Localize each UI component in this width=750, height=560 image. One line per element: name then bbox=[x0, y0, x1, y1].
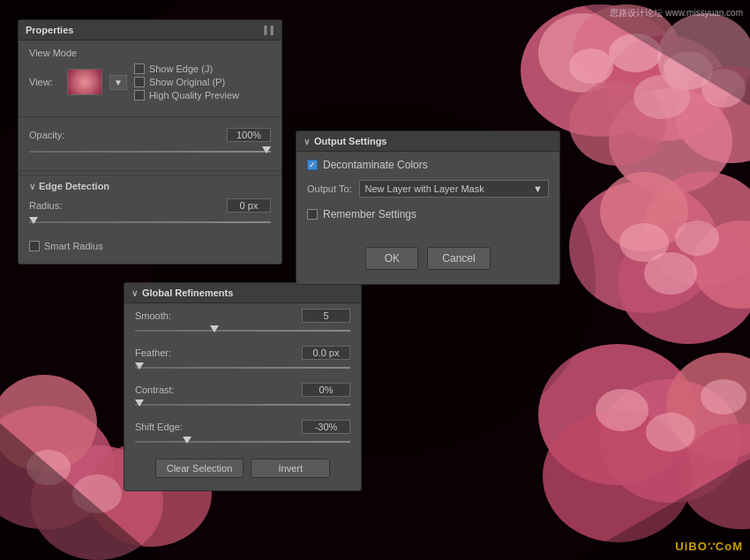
high-quality-checkbox[interactable] bbox=[134, 90, 145, 101]
show-original-row[interactable]: Show Original (P) bbox=[134, 77, 239, 87]
show-edge-row[interactable]: Show Edge (J) bbox=[134, 63, 239, 74]
properties-title: Properties bbox=[26, 25, 73, 35]
smart-radius-label: Smart Radius bbox=[44, 241, 103, 251]
output-title: Output Settings bbox=[314, 136, 387, 146]
remember-row[interactable]: Remember Settings bbox=[307, 208, 549, 220]
opacity-thumb[interactable] bbox=[262, 146, 271, 153]
watermark-bottom: UiBO∵CoM bbox=[675, 540, 743, 553]
output-collapse-arrow[interactable]: ∨ bbox=[304, 137, 310, 146]
view-thumbnail[interactable] bbox=[67, 69, 102, 95]
properties-panel-header[interactable]: Properties ▐▐ bbox=[19, 20, 281, 41]
shift-edge-thumb[interactable] bbox=[183, 437, 191, 444]
opacity-slider[interactable] bbox=[29, 146, 271, 158]
radius-value[interactable]: 0 px bbox=[227, 198, 271, 213]
feather-slider[interactable] bbox=[135, 362, 350, 374]
opacity-section: Opacity: 100% bbox=[19, 121, 281, 167]
opacity-row: Opacity: 100% bbox=[29, 128, 271, 142]
edge-detection-section: ∨ Edge Detection Radius: 0 px bbox=[19, 175, 281, 235]
svg-point-21 bbox=[644, 252, 697, 295]
opacity-value[interactable]: 100% bbox=[227, 128, 271, 142]
output-to-value: New Layer with Layer Mask bbox=[365, 183, 484, 194]
ok-button[interactable]: OK bbox=[365, 247, 418, 270]
global-panel-header[interactable]: ∨ Global Refinements bbox=[124, 283, 361, 303]
smooth-row: Smooth: 5 bbox=[124, 303, 361, 340]
edge-detection-label: Edge Detection bbox=[39, 181, 109, 191]
contrast-thumb[interactable] bbox=[135, 399, 144, 407]
divider-2 bbox=[19, 170, 281, 171]
contrast-value[interactable]: 0% bbox=[302, 383, 350, 397]
smooth-value[interactable]: 5 bbox=[302, 309, 350, 323]
smooth-slider[interactable] bbox=[135, 325, 350, 337]
contrast-track bbox=[135, 404, 350, 406]
contrast-slider[interactable] bbox=[135, 399, 350, 411]
feather-label-row: Feather: 0.0 px bbox=[135, 346, 350, 360]
ok-cancel-row: OK Cancel bbox=[296, 240, 559, 273]
global-collapse-arrow[interactable]: ∨ bbox=[131, 288, 138, 298]
shift-edge-row: Shift Edge: -30% bbox=[124, 414, 361, 452]
high-quality-row[interactable]: High Quality Preview bbox=[134, 90, 239, 101]
cancel-button[interactable]: Cancel bbox=[427, 247, 490, 270]
smooth-label-row: Smooth: 5 bbox=[135, 309, 350, 323]
smooth-thumb[interactable] bbox=[210, 325, 219, 332]
smart-radius-row[interactable]: Smart Radius bbox=[19, 235, 281, 257]
decontaminate-row[interactable]: ✓ Decontaminate Colors bbox=[307, 159, 549, 171]
divider-1 bbox=[19, 116, 281, 117]
shift-edge-value[interactable]: -30% bbox=[302, 420, 350, 434]
high-quality-label: High Quality Preview bbox=[149, 90, 239, 101]
output-to-label: Output To: bbox=[307, 183, 352, 194]
edge-detection-title: ∨ Edge Detection bbox=[29, 181, 271, 191]
show-edge-checkbox[interactable] bbox=[134, 63, 145, 74]
shift-edge-label-row: Shift Edge: -30% bbox=[135, 420, 350, 434]
smooth-track bbox=[135, 330, 350, 332]
view-label: View: bbox=[29, 77, 60, 87]
feather-label: Feather: bbox=[135, 347, 171, 358]
edge-collapse-arrow[interactable]: ∨ bbox=[29, 182, 35, 191]
decontaminate-checkbox[interactable]: ✓ bbox=[307, 160, 318, 170]
feather-thumb[interactable] bbox=[135, 362, 144, 370]
show-original-checkbox[interactable] bbox=[134, 77, 145, 87]
output-to-dropdown[interactable]: New Layer with Layer Mask ▼ bbox=[359, 180, 549, 198]
shift-edge-slider[interactable] bbox=[135, 436, 350, 448]
smooth-label: Smooth: bbox=[135, 310, 171, 321]
opacity-label: Opacity: bbox=[29, 130, 64, 140]
svg-point-20 bbox=[675, 220, 719, 256]
contrast-row: Contrast: 0% bbox=[124, 377, 361, 414]
contrast-label: Contrast: bbox=[135, 385, 175, 395]
svg-point-28 bbox=[646, 413, 695, 452]
feather-row: Feather: 0.0 px bbox=[124, 340, 361, 377]
output-to-row: Output To: New Layer with Layer Mask ▼ bbox=[307, 180, 549, 198]
radius-thumb[interactable] bbox=[29, 217, 38, 224]
output-section: ✓ Decontaminate Colors Output To: New La… bbox=[296, 152, 559, 240]
output-panel-header[interactable]: ∨ Output Settings bbox=[296, 131, 559, 152]
decontaminate-label: Decontaminate Colors bbox=[323, 159, 428, 171]
global-refinements-panel: ∨ Global Refinements Smooth: 5 Feather: … bbox=[124, 282, 362, 491]
feather-value[interactable]: 0.0 px bbox=[302, 346, 350, 360]
remember-checkbox[interactable] bbox=[307, 209, 318, 220]
watermark-top: 思路设计论坛 www.missyuan.com bbox=[610, 7, 743, 19]
radius-slider[interactable] bbox=[29, 216, 271, 228]
remember-label: Remember Settings bbox=[323, 208, 416, 220]
feather-track bbox=[135, 367, 350, 369]
buttons-row: Clear Selection Invert bbox=[124, 452, 361, 482]
global-title: Global Refinements bbox=[142, 287, 233, 298]
invert-button[interactable]: Invert bbox=[251, 459, 330, 478]
radius-row: Radius: 0 px bbox=[29, 198, 271, 213]
output-settings-panel: ∨ Output Settings ✓ Decontaminate Colors… bbox=[296, 131, 560, 285]
checkboxes-col: Show Edge (J) Show Original (P) High Qua… bbox=[134, 63, 239, 101]
view-mode-label: View Mode bbox=[29, 48, 271, 58]
contrast-label-row: Contrast: 0% bbox=[135, 383, 350, 397]
radius-track bbox=[29, 221, 271, 223]
view-mode-section: View Mode View: ▼ Show Edge (J) Show Ori… bbox=[19, 41, 281, 113]
clear-selection-button[interactable]: Clear Selection bbox=[155, 459, 244, 478]
drag-handle: ▐▐ bbox=[261, 26, 274, 34]
show-original-label: Show Original (P) bbox=[149, 77, 225, 87]
properties-panel: Properties ▐▐ View Mode View: ▼ Show Edg… bbox=[18, 19, 282, 265]
view-dropdown[interactable]: ▼ bbox=[109, 75, 127, 90]
show-edge-label: Show Edge (J) bbox=[149, 63, 213, 74]
radius-label: Radius: bbox=[29, 200, 62, 211]
svg-point-12 bbox=[634, 75, 690, 119]
output-to-arrow: ▼ bbox=[533, 183, 543, 194]
smart-radius-checkbox[interactable] bbox=[29, 241, 40, 251]
view-row: View: ▼ Show Edge (J) Show Original (P) … bbox=[29, 63, 271, 101]
svg-point-27 bbox=[596, 389, 649, 431]
